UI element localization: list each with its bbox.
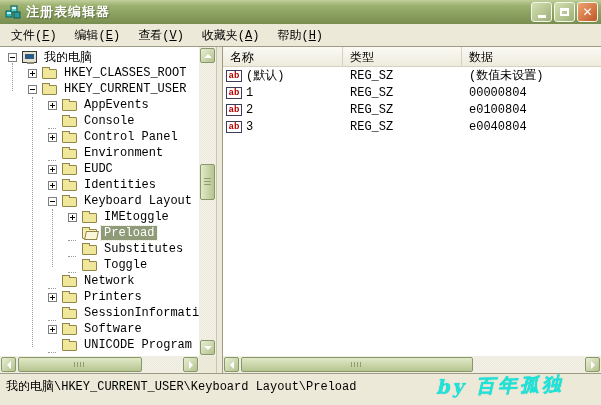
tree-item-console[interactable]: Console <box>0 113 199 129</box>
watermark-text: by 百年孤独 <box>436 371 565 400</box>
tree-hscroll-thumb[interactable] <box>18 357 142 372</box>
expand-icon[interactable] <box>48 325 57 334</box>
folder-icon <box>82 245 97 255</box>
tree-horizontal-scrollbar[interactable] <box>0 356 199 373</box>
tree-item-environment[interactable]: Environment <box>0 145 199 161</box>
tree-item-hkey-current-user[interactable]: HKEY_CURRENT_USER <box>0 81 199 97</box>
string-value-icon: ab <box>226 121 242 133</box>
values-list: ab(默认)REG_SZ(数值未设置)ab1REG_SZ00000804ab2R… <box>223 67 601 135</box>
value-data: (数值未设置) <box>462 67 601 84</box>
expand-icon[interactable] <box>28 69 37 78</box>
menu-item-v[interactable]: 查看(V) <box>129 24 193 46</box>
tree-item-printers[interactable]: Printers <box>0 289 199 305</box>
tree-item-label: Control Panel <box>81 130 181 144</box>
folder-icon <box>42 69 57 79</box>
value-data: 00000804 <box>462 86 601 100</box>
folder-icon <box>82 261 97 271</box>
computer-icon <box>22 51 37 63</box>
thumb-grip <box>351 362 363 367</box>
tree-item-imetoggle[interactable]: IMEtoggle <box>0 209 199 225</box>
tree-item-substitutes[interactable]: Substitutes <box>0 241 199 257</box>
values-list-pane: 名称 类型 数据 ab(默认)REG_SZ(数值未设置)ab1REG_SZ000… <box>223 47 601 373</box>
value-type: REG_SZ <box>343 69 462 83</box>
folder-icon <box>62 309 77 319</box>
tree-item-toggle[interactable]: Toggle <box>0 257 199 273</box>
tree-item-hkey-classes-root[interactable]: HKEY_CLASSES_ROOT <box>0 65 199 81</box>
expand-icon[interactable] <box>48 133 57 142</box>
value-row[interactable]: ab(默认)REG_SZ(数值未设置) <box>223 67 601 84</box>
column-header-name[interactable]: 名称 <box>223 47 343 66</box>
tree-item-unicode-program-gro[interactable]: UNICODE Program Gro <box>0 337 199 353</box>
expand-icon[interactable] <box>48 293 57 302</box>
scroll-left-button[interactable] <box>1 357 16 372</box>
value-data: e0100804 <box>462 103 601 117</box>
collapse-icon[interactable] <box>48 197 57 206</box>
tree-item-label: SessionInformation <box>81 306 199 320</box>
folder-icon <box>62 133 77 143</box>
scroll-right-button[interactable] <box>585 357 600 372</box>
value-row[interactable]: ab1REG_SZ00000804 <box>223 84 601 101</box>
tree-item-label: HKEY_CURRENT_USER <box>61 82 189 96</box>
column-header-type[interactable]: 类型 <box>343 47 462 66</box>
value-row[interactable]: ab3REG_SZe0040804 <box>223 118 601 135</box>
tree-item-eudc[interactable]: EUDC <box>0 161 199 177</box>
maximize-button[interactable] <box>554 2 575 22</box>
collapse-icon[interactable] <box>8 53 17 62</box>
value-name: 2 <box>246 103 253 117</box>
menu-item-e[interactable]: 编辑(E) <box>66 24 130 46</box>
scroll-up-button[interactable] <box>200 48 215 63</box>
list-header: 名称 类型 数据 <box>223 47 601 67</box>
folder-icon <box>62 341 77 351</box>
minimize-button[interactable] <box>531 2 552 22</box>
arrow-right-icon <box>591 361 599 369</box>
folder-icon <box>62 325 77 335</box>
tree-item-network[interactable]: Network <box>0 273 199 289</box>
expand-icon[interactable] <box>48 165 57 174</box>
scroll-down-button[interactable] <box>200 340 215 355</box>
list-hscroll-thumb[interactable] <box>241 357 473 372</box>
tree-item-appevents[interactable]: AppEvents <box>0 97 199 113</box>
value-name-cell: ab1 <box>223 86 343 100</box>
tree-item-label: EUDC <box>81 162 116 176</box>
scroll-left-button[interactable] <box>224 357 239 372</box>
tree-vscroll-thumb[interactable] <box>200 164 215 200</box>
tree-item-identities[interactable]: Identities <box>0 177 199 193</box>
value-row[interactable]: ab2REG_SZe0100804 <box>223 101 601 118</box>
expand-icon[interactable] <box>48 181 57 190</box>
value-name: 1 <box>246 86 253 100</box>
folder-icon <box>62 117 77 127</box>
minimize-icon <box>538 15 546 18</box>
expand-icon[interactable] <box>48 101 57 110</box>
tree-item-label: Keyboard Layout <box>81 194 195 208</box>
menu-bar: 文件(F)编辑(E)查看(V)收藏夹(A)帮助(H) <box>0 24 601 47</box>
pane-splitter[interactable] <box>216 47 223 373</box>
window-title: 注册表编辑器 <box>26 3 529 21</box>
expand-icon[interactable] <box>68 213 77 222</box>
string-value-icon: ab <box>226 87 242 99</box>
tree-item-control-panel[interactable]: Control Panel <box>0 129 199 145</box>
tree-item-label: HKEY_CLASSES_ROOT <box>61 66 189 80</box>
title-bar[interactable]: 注册表编辑器 ✕ <box>0 0 601 24</box>
list-horizontal-scrollbar[interactable] <box>223 356 601 373</box>
string-value-icon: ab <box>226 70 242 82</box>
tree-item-software[interactable]: Software <box>0 321 199 337</box>
menu-item-f[interactable]: 文件(F) <box>2 24 66 46</box>
menu-item-a[interactable]: 收藏夹(A) <box>193 24 269 46</box>
folder-icon <box>62 293 77 303</box>
tree-item-label: Console <box>81 114 137 128</box>
arrow-left-icon <box>226 361 234 369</box>
tree-item-sessioninformation[interactable]: SessionInformation <box>0 305 199 321</box>
menu-item-h[interactable]: 帮助(H) <box>268 24 332 46</box>
tree-item-label: Toggle <box>101 258 150 272</box>
value-type: REG_SZ <box>343 86 462 100</box>
scroll-right-button[interactable] <box>183 357 198 372</box>
close-button[interactable]: ✕ <box>577 2 598 22</box>
value-data: e0040804 <box>462 120 601 134</box>
tree-item-keyboard-layout[interactable]: Keyboard Layout <box>0 193 199 209</box>
tree-item-preload[interactable]: Preload <box>0 225 199 241</box>
value-name-cell: ab2 <box>223 103 343 117</box>
collapse-icon[interactable] <box>28 85 37 94</box>
column-header-data[interactable]: 数据 <box>462 47 601 66</box>
tree-vertical-scrollbar[interactable] <box>199 47 216 356</box>
tree-item-我的电脑[interactable]: 我的电脑 <box>0 49 199 65</box>
